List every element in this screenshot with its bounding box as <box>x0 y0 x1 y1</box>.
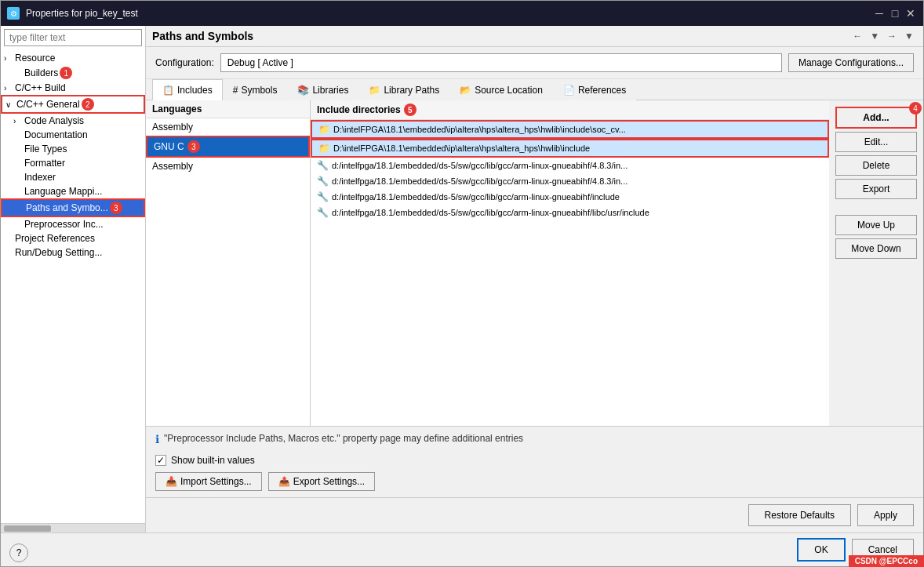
import-icon: 📥 <box>166 476 177 487</box>
sidebar-item-label: Preprocessor Inc... <box>24 219 104 230</box>
configuration-label: Configuration: <box>155 57 214 68</box>
include-item-4[interactable]: 🔧 d:/intelfpga/18.1/embedded/ds-5/sw/gcc… <box>311 173 829 189</box>
expand-arrow: › <box>13 117 23 125</box>
lang-item-assembly1[interactable]: Assembly <box>146 118 310 136</box>
sidebar-item-label: Documentation <box>24 129 88 140</box>
tab-symbols[interactable]: # Symbols <box>223 79 288 100</box>
window-controls: ─ □ ✕ <box>873 7 917 20</box>
filter-input[interactable] <box>4 29 142 46</box>
expand-arrow: › <box>4 54 13 63</box>
tab-includes-label: Includes <box>177 85 213 96</box>
add-button[interactable]: Add... <box>835 107 917 129</box>
toolbar-right: ← ▼ → ▼ <box>849 29 917 43</box>
tab-libraries[interactable]: 📚 Libraries <box>287 79 358 100</box>
sidebar-item-run-debug[interactable]: Run/Debug Setting... <box>1 245 145 260</box>
move-down-button[interactable]: Move Down <box>835 238 917 259</box>
forward-dropdown-button[interactable]: ▼ <box>901 29 917 43</box>
import-settings-button[interactable]: 📥 Import Settings... <box>155 472 262 491</box>
apply-button[interactable]: Apply <box>857 504 914 526</box>
tab-references[interactable]: 📄 References <box>553 79 636 100</box>
edit-button[interactable]: Edit... <box>835 132 917 152</box>
restore-defaults-button[interactable]: Restore Defaults <box>748 504 851 526</box>
tab-includes[interactable]: 📋 Includes <box>152 79 223 100</box>
info-text: "Preprocessor Include Paths, Macros etc.… <box>164 433 523 444</box>
sidebar-item-label: Run/Debug Setting... <box>15 247 102 258</box>
tab-source-location-label: Source Location <box>475 85 543 96</box>
includes-header-text: Include directories <box>317 104 401 115</box>
sidebar-item-indexer[interactable]: Indexer <box>1 170 145 184</box>
sidebar-item-code-analysis[interactable]: › Code Analysis <box>1 114 145 128</box>
sidebar-item-lang-mapping[interactable]: Language Mappi... <box>1 184 145 198</box>
sidebar-item-cpp-build[interactable]: › C/C++ Build <box>1 81 145 95</box>
ok-button[interactable]: OK <box>797 538 845 562</box>
tab-libraries-label: Libraries <box>312 85 348 96</box>
forward-button[interactable]: → <box>884 29 900 43</box>
gear-icon: 🔧 <box>317 176 329 187</box>
minimize-button[interactable]: ─ <box>873 7 886 20</box>
back-dropdown-button[interactable]: ▼ <box>867 29 882 43</box>
sidebar-item-cpp-general[interactable]: ∨ C/C++ General 2 <box>1 95 145 114</box>
tab-source-location[interactable]: 📂 Source Location <box>449 79 553 100</box>
includes-section: Include directories 5 📁 D:\intelFPGA\18.… <box>311 100 829 426</box>
tab-libraries-icon: 📚 <box>297 85 309 96</box>
badge-5: 5 <box>404 104 417 116</box>
sidebar-item-paths-symbols[interactable]: Paths and Symbo... 3 <box>1 198 145 217</box>
window-title: Properties for pio_key_test <box>26 8 867 19</box>
show-builtin-row: ✓ Show built-in values <box>146 452 923 469</box>
close-button[interactable]: ✕ <box>904 7 917 20</box>
help-button-area: ? <box>9 543 28 562</box>
panel-title: Paths and Symbols <box>152 30 253 42</box>
sidebar-item-builders[interactable]: Builders 1 <box>1 65 145 81</box>
scroll-thumb <box>4 525 51 532</box>
sidebar-item-preprocessor[interactable]: Preprocessor Inc... <box>1 217 145 231</box>
sidebar-item-label: C/C++ Build <box>15 82 66 93</box>
include-path: d:/intelfpga/18.1/embedded/ds-5/sw/gcc/l… <box>332 161 628 170</box>
move-up-button[interactable]: Move Up <box>835 215 917 235</box>
tab-library-paths[interactable]: 📁 Library Paths <box>358 79 449 100</box>
sidebar-item-label: Code Analysis <box>24 115 84 126</box>
panel-toolbar: Paths and Symbols ← ▼ → ▼ <box>146 26 923 47</box>
sidebar-item-documentation[interactable]: Documentation <box>1 128 145 142</box>
tabs-bar: 📋 Includes # Symbols 📚 Libraries 📁 Libra… <box>146 79 923 100</box>
gear-icon: 🔧 <box>317 191 329 202</box>
sidebar-item-project-refs[interactable]: Project References <box>1 231 145 245</box>
include-path: d:/intelfpga/18.1/embedded/ds-5/sw/gcc/l… <box>332 176 628 186</box>
badge-1: 1 <box>60 67 72 79</box>
sidebar-item-label: Resource <box>15 53 55 64</box>
sidebar-scroll[interactable] <box>1 523 145 532</box>
delete-button[interactable]: Delete <box>835 155 917 176</box>
lang-item-assembly2[interactable]: Assembly <box>146 158 310 175</box>
sidebar-item-label: File Types <box>24 144 67 154</box>
tab-symbols-icon: # <box>233 85 238 96</box>
sidebar-item-file-types[interactable]: File Types <box>1 142 145 156</box>
manage-configurations-button[interactable]: Manage Configurations... <box>788 53 914 72</box>
sidebar-item-label: Formatter <box>24 158 65 169</box>
include-item-1[interactable]: 📁 D:\intelFPGA\18.1\embedded\ip\altera\h… <box>311 120 829 139</box>
sidebar-item-resource[interactable]: › Resource <box>1 51 145 65</box>
expand-arrow: › <box>4 84 13 93</box>
export-button[interactable]: Export <box>835 179 917 199</box>
export-settings-button[interactable]: 📤 Export Settings... <box>268 472 375 491</box>
help-button[interactable]: ? <box>9 543 28 562</box>
tab-references-icon: 📄 <box>563 85 575 96</box>
include-item-2[interactable]: 📁 D:\intelFPGA\18.1\embedded\ip\altera\h… <box>311 139 829 158</box>
configuration-select[interactable]: Debug [ Active ] <box>220 53 782 72</box>
maximize-button[interactable]: □ <box>889 7 901 20</box>
back-button[interactable]: ← <box>849 29 865 43</box>
tab-includes-icon: 📋 <box>162 85 174 96</box>
export-icon: 📤 <box>278 476 290 487</box>
sidebar-item-formatter[interactable]: Formatter <box>1 156 145 170</box>
show-builtin-checkbox[interactable]: ✓ <box>155 455 166 466</box>
tree-area: › Resource Builders 1 › C/C++ Build ∨ <box>1 49 145 523</box>
include-item-6[interactable]: 🔧 d:/intelfpga/18.1/embedded/ds-5/sw/gcc… <box>311 205 829 220</box>
sidebar-item-label: C/C++ General <box>16 99 80 110</box>
btn-spacer <box>835 202 917 212</box>
include-item-5[interactable]: 🔧 d:/intelfpga/18.1/embedded/ds-5/sw/gcc… <box>311 189 829 205</box>
show-builtin-label: Show built-in values <box>171 455 255 466</box>
languages-list: Assembly GNU C 3 Assembly <box>146 118 310 426</box>
lang-item-gnu-c[interactable]: GNU C 3 <box>146 136 310 158</box>
content-area: Languages Assembly GNU C 3 Assembly Incl… <box>146 100 923 426</box>
sidebar: › Resource Builders 1 › C/C++ Build ∨ <box>1 26 146 532</box>
include-item-3[interactable]: 🔧 d:/intelfpga/18.1/embedded/ds-5/sw/gcc… <box>311 158 829 173</box>
sidebar-item-label: Builders <box>24 67 58 78</box>
